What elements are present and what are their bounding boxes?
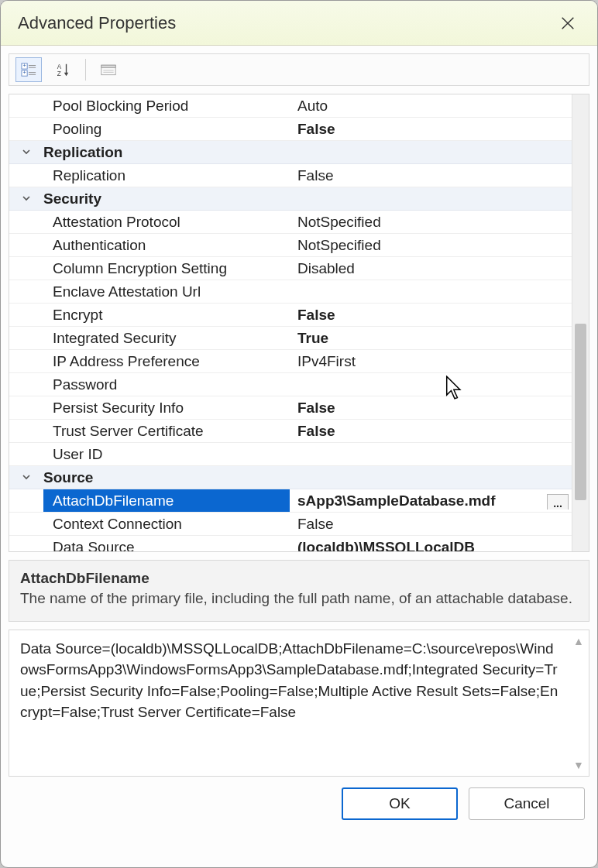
category-name[interactable]: Security	[43, 190, 290, 208]
property-category-row[interactable]: Security	[9, 187, 572, 211]
property-name[interactable]: Encrypt	[43, 307, 290, 324]
property-name[interactable]: Enclave Attestation Url	[43, 283, 290, 300]
property-name[interactable]: AttachDbFilename	[43, 489, 290, 512]
property-name[interactable]: Pooling	[43, 121, 290, 138]
property-row[interactable]: Enclave Attestation Url	[9, 280, 572, 304]
description-text: The name of the primary file, including …	[20, 588, 578, 609]
scroll-up-icon[interactable]: ▲	[571, 635, 586, 647]
category-name[interactable]: Source	[43, 469, 290, 486]
expand-toggle-icon[interactable]	[9, 471, 43, 485]
property-value-text: False	[297, 423, 335, 439]
property-row[interactable]: Password	[9, 373, 572, 396]
property-value[interactable]: True	[290, 330, 572, 347]
connection-string-scrollbar[interactable]: ▲ ▼	[571, 635, 586, 771]
property-name[interactable]: Context Connection	[43, 516, 290, 533]
property-grid-rows: Pool Blocking PeriodAutoPoolingFalseRepl…	[9, 94, 572, 551]
ok-button[interactable]: OK	[342, 787, 458, 820]
property-row[interactable]: PoolingFalse	[9, 118, 572, 141]
property-value[interactable]: Disabled	[290, 260, 572, 277]
property-row[interactable]: ReplicationFalse	[9, 164, 572, 187]
property-row[interactable]: AuthenticationNotSpecified	[9, 234, 572, 257]
category-name[interactable]: Replication	[43, 144, 290, 161]
dialog-button-row: OK Cancel	[9, 784, 589, 820]
svg-rect-13	[101, 65, 115, 67]
property-row[interactable]: IP Address PreferenceIPv4First	[9, 350, 572, 373]
property-row[interactable]: User ID	[9, 443, 572, 466]
property-grid: Pool Blocking PeriodAutoPoolingFalseRepl…	[9, 94, 589, 552]
property-name[interactable]: Authentication	[43, 237, 290, 254]
property-value[interactable]: (localdb)\MSSQLLocalDB	[290, 539, 572, 552]
property-value-text: Auto	[297, 98, 328, 114]
property-value-text: NotSpecified	[297, 214, 381, 230]
chevron-down-icon	[22, 194, 31, 203]
property-value-text: True	[297, 330, 328, 346]
property-value[interactable]: sApp3\SampleDatabase.mdf...	[290, 492, 572, 509]
alphabetical-button[interactable]: A Z	[50, 57, 76, 82]
property-value[interactable]: False	[290, 167, 572, 184]
connection-string-text[interactable]: Data Source=(localdb)\MSSQLLocalDB;Attac…	[20, 638, 578, 723]
property-row[interactable]: Data Source(localdb)\MSSQLLocalDB	[9, 536, 572, 551]
expand-toggle-icon[interactable]	[9, 146, 43, 160]
property-row[interactable]: Trust Server CertificateFalse	[9, 420, 572, 443]
property-grid-scrollbar[interactable]	[572, 94, 589, 551]
svg-text:A: A	[57, 63, 62, 70]
open-editor-button[interactable]: ...	[547, 494, 569, 509]
property-row[interactable]: AttachDbFilenamesApp3\SampleDatabase.mdf…	[9, 489, 572, 513]
close-icon	[559, 15, 576, 32]
property-name[interactable]: Attestation Protocol	[43, 214, 290, 231]
description-title: AttachDbFilename	[20, 570, 578, 587]
property-name[interactable]: Integrated Security	[43, 330, 290, 347]
property-name[interactable]: User ID	[43, 446, 290, 463]
property-value-text: Disabled	[297, 260, 355, 276]
property-row[interactable]: Integrated SecurityTrue	[9, 327, 572, 350]
property-value[interactable]: False	[290, 400, 572, 417]
property-row[interactable]: Attestation ProtocolNotSpecified	[9, 211, 572, 234]
sort-az-icon: A Z	[55, 61, 70, 78]
svg-text:+: +	[22, 62, 26, 69]
property-row[interactable]: Pool Blocking PeriodAuto	[9, 94, 572, 118]
chevron-down-icon	[22, 147, 31, 156]
property-value-text: False	[297, 121, 335, 137]
property-value[interactable]: False	[290, 307, 572, 324]
property-value[interactable]: NotSpecified	[290, 237, 572, 254]
property-value-text: sApp3\SampleDatabase.mdf	[297, 492, 496, 509]
property-value[interactable]: False	[290, 516, 572, 533]
property-value[interactable]: NotSpecified	[290, 214, 572, 231]
cancel-button[interactable]: Cancel	[469, 787, 585, 820]
property-value[interactable]: IPv4First	[290, 353, 572, 370]
property-name[interactable]: Trust Server Certificate	[43, 423, 290, 440]
description-pane: AttachDbFilename The name of the primary…	[9, 560, 589, 622]
scroll-down-icon[interactable]: ▼	[571, 759, 586, 771]
categorized-icon: + +	[21, 61, 36, 78]
property-row[interactable]: Column Encryption SettingDisabled	[9, 257, 572, 280]
property-value[interactable]: False	[290, 423, 572, 440]
property-name[interactable]: Column Encryption Setting	[43, 260, 290, 277]
property-category-row[interactable]: Replication	[9, 141, 572, 164]
property-value-text: False	[297, 516, 333, 532]
expand-toggle-icon[interactable]	[9, 192, 43, 206]
close-button[interactable]	[552, 8, 583, 39]
property-row[interactable]: EncryptFalse	[9, 304, 572, 327]
dialog-content: + + A Z	[1, 46, 597, 867]
property-row[interactable]: Persist Security InfoFalse	[9, 396, 572, 420]
scrollbar-thumb[interactable]	[575, 324, 586, 500]
connection-string-pane: Data Source=(localdb)\MSSQLLocalDB;Attac…	[9, 630, 589, 777]
property-name[interactable]: Data Source	[43, 539, 290, 552]
property-name[interactable]: IP Address Preference	[43, 353, 290, 370]
property-name[interactable]: Persist Security Info	[43, 400, 290, 417]
property-pages-button[interactable]	[95, 57, 122, 82]
property-value-text: IPv4First	[297, 353, 356, 369]
property-name[interactable]: Password	[43, 376, 290, 393]
titlebar: Advanced Properties	[1, 1, 597, 46]
chevron-down-icon	[22, 472, 31, 482]
property-name[interactable]: Replication	[43, 167, 290, 184]
property-name[interactable]: Pool Blocking Period	[43, 98, 290, 115]
property-value-text: (localdb)\MSSQLLocalDB	[297, 539, 475, 552]
property-grid-toolbar: + + A Z	[9, 53, 589, 86]
property-category-row[interactable]: Source	[9, 466, 572, 489]
property-row[interactable]: Context ConnectionFalse	[9, 513, 572, 536]
property-value[interactable]: False	[290, 121, 572, 138]
categorized-button[interactable]: + +	[15, 57, 42, 82]
property-value-text: False	[297, 400, 335, 416]
property-value[interactable]: Auto	[290, 98, 572, 115]
